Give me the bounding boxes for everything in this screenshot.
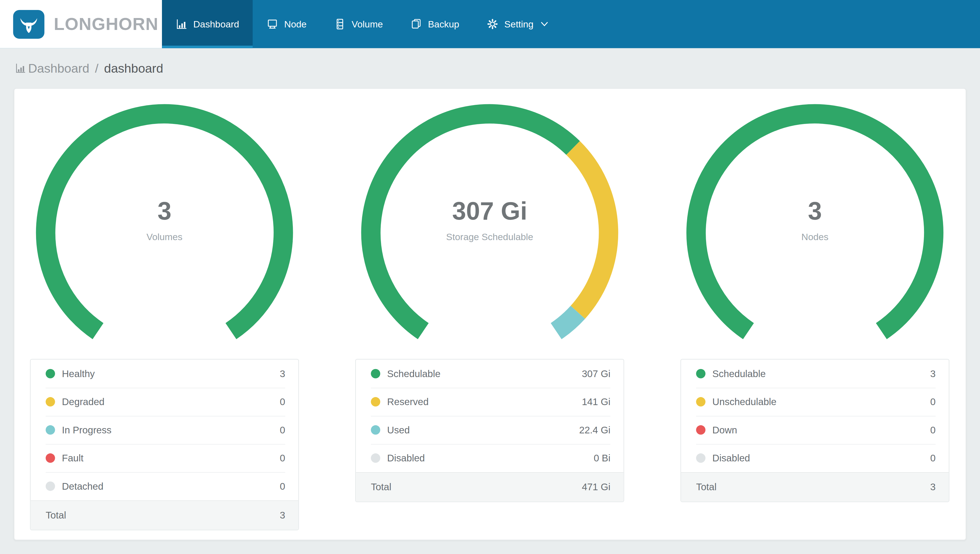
legend-row: Healthy 3 [31,360,298,388]
legend-label: Unschedulable [713,396,776,408]
legend-row: Schedulable 3 [681,360,949,388]
breadcrumb-section[interactable]: Dashboard [28,61,89,75]
nav-tab-setting[interactable]: Setting [473,0,562,48]
legend-dot [696,369,705,379]
legend-value: 141 Gi [582,396,610,408]
legend-row: Reserved 141 Gi [356,388,624,416]
gear-icon [487,18,499,30]
total-label: Total [696,482,717,493]
legend-row: Fault 0 [31,444,298,472]
legend-label: Down [713,424,737,436]
navbar: LONGHORN Dashboard [0,0,980,48]
legend-dot [46,453,55,463]
legend-dot [696,453,705,463]
legend-dot [46,425,55,435]
bar-chart-icon [176,18,188,30]
legend-label: Disabled [387,452,425,464]
panel-nodes: 3 Nodes Schedulable 3 Unschedulable 0 [681,101,950,530]
nav-tab-label: Node [284,19,307,29]
legend-label: Fault [62,452,83,464]
gauge-center: 307 Gi Storage Schedulable [355,196,624,242]
total-label: Total [371,482,391,493]
legend-value: 3 [930,368,935,379]
legend-row: Used 22.4 Gi [356,416,624,444]
nav-tab-backup[interactable]: Backup [397,0,473,48]
legend-value: 3 [280,368,285,379]
legend-dot [46,397,55,406]
legend-row: Disabled 0 [681,444,949,472]
nav-tab-dashboard[interactable]: Dashboard [162,0,253,48]
nav-tab-label: Dashboard [193,19,239,29]
volumes-legend: Healthy 3 Degraded 0 In Progress 0 [30,359,299,530]
gauge-label: Volumes [30,231,299,242]
nav-tab-label: Backup [428,19,459,29]
legend-row: Down 0 [681,416,949,444]
legend-value: 307 Gi [582,368,610,379]
nav-tab-label: Setting [504,19,533,29]
nodes-legend: Schedulable 3 Unschedulable 0 Down 0 [681,359,950,502]
legend-dot [696,425,705,435]
logo-text: LONGHORN [54,14,158,34]
panels-row: 3 Volumes Healthy 3 Degraded 0 [30,101,966,530]
server-icon [334,18,346,30]
legend-value: 0 [280,424,285,436]
legend-dot [371,397,380,406]
legend-label: Schedulable [387,368,441,379]
legend-label: Detached [62,481,103,492]
breadcrumb-separator: / [95,61,99,75]
panel-storage: 307 Gi Storage Schedulable Schedulable 3… [355,101,624,530]
storage-legend: Schedulable 307 Gi Reserved 141 Gi Used … [355,359,624,502]
total-value: 3 [930,482,935,493]
nodes-gauge: 3 Nodes [681,101,950,359]
legend-dot [46,482,55,491]
monitor-icon [267,18,279,30]
page: LONGHORN Dashboard [0,0,980,554]
legend-value: 0 [930,452,935,464]
legend-label: In Progress [62,424,111,436]
gauge-label: Nodes [681,231,950,242]
gauge-center: 3 Volumes [30,196,299,242]
nav-tab-node[interactable]: Node [253,0,320,48]
legend-dot [371,453,380,463]
legend-value: 0 [280,452,285,464]
legend-label: Schedulable [713,368,766,379]
legend-dot [371,369,380,379]
legend-row: Degraded 0 [31,388,298,416]
legend-total-row: Total 3 [31,500,298,530]
chevron-down-icon [541,21,549,27]
legend-value: 0 [930,424,935,436]
legend-row: In Progress 0 [31,416,298,444]
bull-icon [18,13,40,35]
legend-dot [371,425,380,435]
legend-label: Degraded [62,396,105,408]
longhorn-logo-icon [13,10,45,38]
legend-label: Healthy [62,368,95,379]
legend-value: 0 [930,396,935,408]
logo[interactable]: LONGHORN [0,0,162,48]
nav-tabs: Dashboard Node [162,0,980,48]
legend-value: 0 Bi [594,452,610,464]
legend-total-row: Total 3 [681,472,949,501]
gauge-value: 3 [681,196,950,225]
breadcrumb: Dashboard / dashboard [0,48,980,88]
legend-value: 0 [280,396,285,408]
gauge-value: 3 [30,196,299,225]
legend-row: Detached 0 [31,472,298,500]
copy-icon [410,18,422,30]
gauge-center: 3 Nodes [681,196,950,242]
total-value: 471 Gi [582,482,610,493]
gauge-value: 307 Gi [355,196,624,225]
legend-label: Disabled [713,452,750,464]
panel-volumes: 3 Volumes Healthy 3 Degraded 0 [30,101,299,530]
legend-row: Disabled 0 Bi [356,444,624,472]
legend-row: Unschedulable 0 [681,388,949,416]
gauge-label: Storage Schedulable [355,231,624,242]
total-value: 3 [280,509,285,521]
legend-dot [696,397,705,406]
storage-gauge: 307 Gi Storage Schedulable [355,101,624,359]
legend-row: Schedulable 307 Gi [356,360,624,388]
legend-label: Used [387,424,410,436]
dashboard-card: 3 Volumes Healthy 3 Degraded 0 [14,88,966,540]
breadcrumb-current: dashboard [104,61,163,75]
nav-tab-volume[interactable]: Volume [320,0,396,48]
